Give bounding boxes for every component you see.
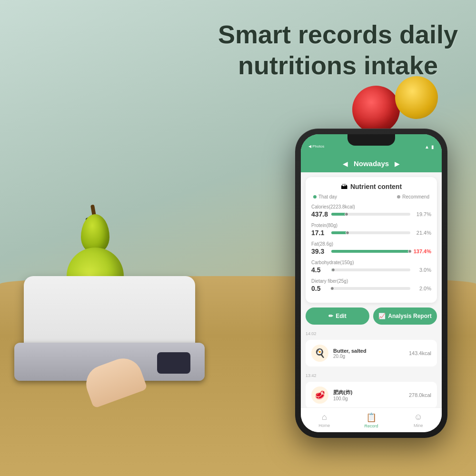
progress-bg-3 [331, 268, 410, 271]
analysis-report-button[interactable]: 📈 Analysis Report [373, 307, 437, 325]
tab-label-2: Mine [414, 423, 423, 428]
headline-line1: Smart records daily [214, 19, 462, 50]
report-icon: 📈 [378, 313, 386, 319]
nutrient-value-1: 17.1 [311, 229, 328, 237]
nutrient-title-row: 🏔 Nutrient content [311, 183, 431, 190]
nutrient-icon: 🏔 [341, 183, 347, 190]
nutrient-val-row-3: 4.5 3.0% [311, 266, 431, 274]
nutrient-val-row-0: 437.8 19.7% [311, 210, 431, 218]
progress-bg-4 [331, 287, 410, 290]
headline-line2: nutritions intake [214, 50, 462, 81]
progress-dot-1 [346, 231, 349, 235]
phone: ◀ Photos 2:03 ▲ ▮ ◀ Nowadays ▶ [295, 129, 447, 438]
phone-notch [347, 134, 395, 146]
food-icon-1: 🥩 [311, 387, 328, 404]
nutrient-label-0: Calories(2223.8kcal) [311, 204, 431, 209]
nutrient-label-2: Fat(28.6g) [311, 241, 431, 247]
nutrient-pct-4: 2.0% [413, 286, 431, 291]
legend-recommend: Recommend [397, 194, 429, 199]
nav-row: ◀ Nowadays ▶ [343, 159, 400, 168]
app-content: 🏔 Nutrient content That day Recommend [301, 172, 442, 407]
wifi-icon: ▲ [425, 144, 429, 149]
food-info-1: 肥肉(炸) 100.0g [333, 389, 404, 401]
battery-icon: ▮ [431, 144, 434, 149]
next-arrow[interactable]: ▶ [395, 160, 400, 168]
nutrient-value-4: 0.5 [311, 285, 328, 292]
nutrient-val-row-1: 17.1 21.4% [311, 229, 431, 237]
tab-record[interactable]: 📋 Record [348, 408, 395, 432]
progress-dot-3 [331, 268, 335, 272]
back-label: ◀ Photos [308, 144, 324, 149]
scale-display [157, 352, 190, 374]
edit-button[interactable]: ✏ Edit [306, 307, 369, 325]
food-time-0: 14:02 [306, 331, 442, 336]
yellow-fruit [395, 76, 438, 119]
progress-dot-4 [330, 287, 334, 290]
nutrient-pct-3: 3.0% [413, 267, 431, 273]
food-entry-1: 🥩 肥肉(炸) 100.0g 278.0kcal [306, 382, 437, 407]
edit-icon: ✏ [328, 313, 333, 319]
nutrient-val-row-4: 0.5 2.0% [311, 285, 431, 292]
nutrient-value-2: 39.3 [311, 248, 328, 255]
progress-fill-3 [331, 268, 334, 271]
progress-fill-1 [331, 231, 348, 234]
nutrient-label-3: Carbohydrate(150g) [311, 260, 431, 265]
food-cal-0: 143.4kcal [409, 350, 431, 356]
food-info-0: Butter, salted 20.0g [333, 348, 404, 359]
nutrient-row-3: Carbohydrate(150g) 4.5 3.0% [311, 260, 431, 274]
tab-label-0: Home [318, 423, 330, 428]
tab-mine[interactable]: ☺ Mine [395, 408, 442, 432]
food-time-1: 13:42 [306, 373, 442, 378]
nutrient-row-2: Fat(28.6g) 39.3 137.4% [311, 241, 431, 255]
nutrient-label-4: Dietary fiber(25g) [311, 278, 431, 284]
food-cal-1: 278.0kcal [409, 392, 431, 398]
progress-fill-0 [331, 213, 347, 216]
food-entry-0: 🍳 Butter, salted 20.0g 143.4kcal [306, 340, 437, 367]
nutrient-pct-0: 19.7% [413, 211, 431, 217]
nav-title: Nowadays [354, 159, 389, 168]
nutrient-val-row-2: 39.3 137.4% [311, 248, 431, 255]
progress-bg-1 [331, 231, 410, 234]
apple-fruit [352, 86, 400, 133]
prev-arrow[interactable]: ◀ [343, 160, 348, 168]
food-name-1: 肥肉(炸) [333, 389, 404, 396]
food-amount-1: 100.0g [333, 396, 404, 401]
progress-dot-2 [408, 249, 412, 253]
nutrient-rows: Calories(2223.8kcal) 437.8 19.7% Protein… [311, 204, 431, 292]
progress-bg-0 [331, 213, 410, 216]
nutrient-value-3: 4.5 [311, 266, 328, 274]
progress-dot-0 [345, 212, 348, 216]
nutrient-label-1: Protein(80g) [311, 223, 431, 228]
food-entry-wrapper-0: 14:02 🍳 Butter, salted 20.0g 143.4kcal [301, 325, 442, 367]
food-icon-0: 🍳 [311, 345, 328, 362]
nutrient-row-0: Calories(2223.8kcal) 437.8 19.7% [311, 204, 431, 218]
food-name-0: Butter, salted [333, 348, 404, 354]
headline: Smart records daily nutritions intake [214, 19, 462, 81]
food-entries: 14:02 🍳 Butter, salted 20.0g 143.4kcal 1… [301, 325, 442, 407]
legend-dot-gray [397, 195, 400, 198]
nutrient-row-1: Protein(80g) 17.1 21.4% [311, 223, 431, 237]
status-icons: ▲ ▮ [425, 144, 434, 149]
legend-that-day: That day [313, 194, 337, 199]
tab-icon-1: 📋 [366, 412, 377, 423]
legend-dot-green [313, 195, 317, 198]
progress-fill-4 [331, 287, 333, 290]
tab-icon-2: ☺ [414, 412, 422, 422]
progress-bg-2 [331, 250, 410, 253]
tab-bar: ⌂ Home 📋 Record ☺ Mine [301, 407, 442, 432]
status-back: ◀ Photos [308, 141, 324, 149]
tab-icon-0: ⌂ [322, 412, 327, 422]
action-buttons: ✏ Edit 📈 Analysis Report [301, 307, 442, 325]
tab-home[interactable]: ⌂ Home [301, 408, 348, 432]
nutrient-title: Nutrient content [350, 183, 402, 190]
food-amount-0: 20.0g [333, 354, 404, 359]
nutrient-pct-2: 137.4% [413, 248, 431, 254]
nutrient-value-0: 437.8 [311, 210, 328, 218]
phone-screen: ◀ Photos 2:03 ▲ ▮ ◀ Nowadays ▶ [301, 134, 442, 432]
progress-fill-2 [331, 250, 410, 253]
tab-label-1: Record [365, 424, 378, 428]
food-entry-wrapper-1: 13:42 🥩 肥肉(炸) 100.0g 278.0kcal [301, 367, 442, 407]
nutrient-card: 🏔 Nutrient content That day Recommend [306, 177, 437, 303]
nutrient-row-4: Dietary fiber(25g) 0.5 2.0% [311, 278, 431, 292]
phone-case: ◀ Photos 2:03 ▲ ▮ ◀ Nowadays ▶ [295, 129, 447, 438]
